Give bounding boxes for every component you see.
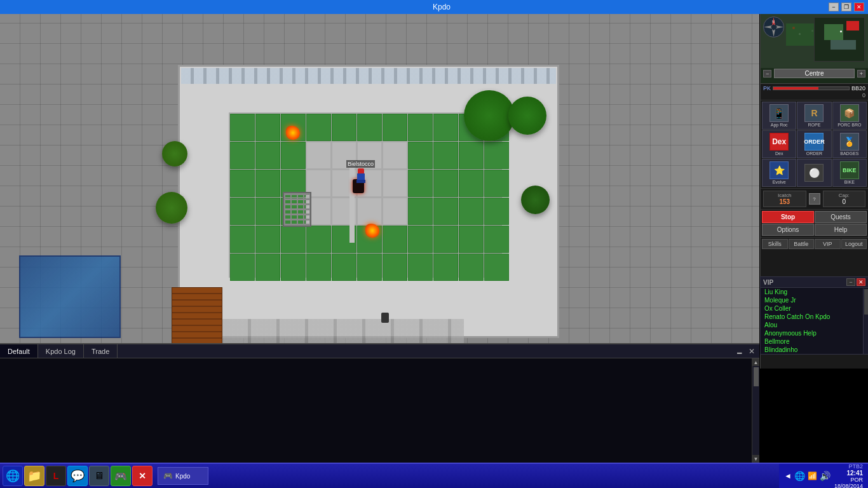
window-controls: − ❐ ✕ xyxy=(829,3,864,11)
rope-label: ROPE xyxy=(808,123,821,127)
bike-button[interactable]: BIKE BIKE xyxy=(832,159,867,187)
ie-icon[interactable]: 🌐 xyxy=(3,466,23,486)
wooden-bridge xyxy=(172,287,222,351)
tree-3 xyxy=(521,186,550,214)
title-bar: Kpdo − ❐ ✕ xyxy=(0,0,868,14)
date-display: 18/08/2014 xyxy=(834,483,863,489)
main-buttons: Skills Battle VIP Logout xyxy=(761,238,868,250)
zoom-out-button[interactable]: − xyxy=(763,70,771,78)
dex-label: Dex xyxy=(775,151,783,156)
minimize-button[interactable]: − xyxy=(829,3,839,11)
vip-player-8[interactable]: Blindadinho xyxy=(761,346,868,354)
systray-expand[interactable]: ◄ xyxy=(784,471,792,480)
cap-value: 0 xyxy=(825,198,864,205)
vip-close-button[interactable]: ✕ xyxy=(857,278,865,286)
tree-4 xyxy=(464,90,515,141)
badges-label: BADGES xyxy=(840,151,858,156)
centre-button[interactable]: Centre xyxy=(774,69,854,78)
clock: PTB2 12:41 POR 18/08/2014 xyxy=(834,463,863,489)
battle-button[interactable]: Battle xyxy=(789,239,815,249)
pokemon-task-icon[interactable]: 🎮 xyxy=(111,466,131,486)
status-section: PK BB20 0 xyxy=(761,84,868,100)
icatch-value: 153 xyxy=(765,198,804,205)
vip-title: VIP xyxy=(763,279,773,286)
zoom-in-button[interactable]: + xyxy=(857,70,865,78)
icatch-row: Icatch 153 ? Cap: 0 xyxy=(761,189,868,210)
bike-label: BIKE xyxy=(844,180,855,184)
taskbar-right: ◄ 🌐 📶 🔊 PTB2 12:41 POR 18/08/2014 xyxy=(779,464,868,488)
player-character: Bielstocco xyxy=(346,160,375,181)
options-button[interactable]: Options xyxy=(762,224,814,236)
tab-trade[interactable]: Trade xyxy=(84,344,118,358)
vip-player-4[interactable]: Renato Catch On Kpdo xyxy=(761,313,868,321)
running-app-kpdo[interactable]: 🎮 Kpdo xyxy=(158,467,208,485)
player-name: Bielstocco xyxy=(346,160,375,168)
vip-panel: VIP − ✕ Liu King Moleque Jr Ox Coller Re… xyxy=(760,276,868,355)
network-icon[interactable]: 🖥 xyxy=(89,466,109,486)
order-label: ORDER xyxy=(806,151,822,156)
tree-5 xyxy=(508,97,546,135)
chat-scrollbar-thumb[interactable] xyxy=(754,367,759,386)
signal-icon: 📶 xyxy=(808,471,817,480)
time-display: 12:41 xyxy=(834,470,863,477)
platform-label: PTB2 xyxy=(834,463,863,470)
taskbar: 🌐 📁 L 💬 🖥 🎮 ✕ 🎮 Kpdo ◄ 🌐 📶 🔊 PTB2 12:41 … xyxy=(0,463,868,488)
window-title: Kpdo xyxy=(55,3,829,11)
evolve-button[interactable]: ⭐ Evolve xyxy=(762,159,796,187)
app-roc-button[interactable]: 📱 App Roc xyxy=(762,102,796,130)
vip-player-6[interactable]: Anonymoous Help xyxy=(761,329,868,337)
systray-area: ◄ 🌐 📶 🔊 xyxy=(784,471,831,481)
restore-button[interactable]: ❐ xyxy=(841,3,851,11)
vip-player-1[interactable]: Liu King xyxy=(761,288,868,296)
chat-tabs: Default Kpdo Log Trade 🗕 ✕ xyxy=(0,344,759,358)
pokeball-button[interactable]: ⚪ xyxy=(797,159,831,187)
vip-player-5[interactable]: Alou xyxy=(761,321,868,329)
badges-button[interactable]: 🏅 BADGES xyxy=(832,130,867,158)
svg-text:N: N xyxy=(772,20,775,24)
explorer-icon[interactable]: 📁 xyxy=(24,466,44,486)
chat-scroll-up[interactable]: ▲ xyxy=(752,358,759,366)
chat-content xyxy=(0,358,752,463)
close-button[interactable]: ✕ xyxy=(854,3,864,11)
vip-button[interactable]: VIP xyxy=(815,239,841,249)
skype-icon[interactable]: 💬 xyxy=(67,466,88,486)
stop-button[interactable]: Stop xyxy=(762,211,814,223)
npc-character xyxy=(381,313,389,323)
logout-button[interactable]: Logout xyxy=(841,239,867,249)
fence-gate xyxy=(283,192,311,227)
close-task-icon[interactable]: ✕ xyxy=(132,466,153,486)
lenovo-icon[interactable]: L xyxy=(46,466,66,486)
vip-list: Liu King Moleque Jr Ox Coller Renato Cat… xyxy=(761,288,868,354)
mini-map: N − Centre + xyxy=(761,14,868,84)
chat-close-button[interactable]: ✕ xyxy=(747,347,757,356)
fire-effect-2 xyxy=(365,224,379,238)
vip-player-2[interactable]: Moleque Jr xyxy=(761,296,868,304)
cap-label: Cap: xyxy=(825,193,864,198)
hp-bar-fill xyxy=(773,87,818,90)
taskbar-middle: 🎮 Kpdo xyxy=(155,467,779,485)
help-button[interactable]: Help xyxy=(815,224,867,236)
hp-value2: 0 xyxy=(862,92,865,98)
tab-kpdo-log[interactable]: Kpdo Log xyxy=(38,344,84,358)
something-icon[interactable]: ? xyxy=(809,193,820,205)
quests-button[interactable]: Quests xyxy=(815,211,867,223)
dex-button[interactable]: Dex Dex xyxy=(762,130,796,158)
water-area xyxy=(19,255,121,338)
volume-icon: 🔊 xyxy=(820,471,831,481)
vip-minimize-button[interactable]: − xyxy=(846,278,855,286)
vip-player-3[interactable]: Ox Coller xyxy=(761,304,868,313)
chat-minimize-button[interactable]: 🗕 xyxy=(734,347,745,356)
skills-button[interactable]: Skills xyxy=(762,239,788,249)
action-grid: 📱 App Roc R ROPE 📦 PORC BRO Dex Dex ORDE… xyxy=(761,100,868,189)
order-button[interactable]: ORDER ORDER xyxy=(797,130,831,158)
start-area: 🌐 📁 L 💬 🖥 🎮 ✕ xyxy=(0,466,155,486)
tab-default[interactable]: Default xyxy=(0,344,38,358)
vip-header: VIP − ✕ xyxy=(761,277,868,288)
tree-2 xyxy=(162,141,187,166)
vip-player-7[interactable]: Bellmore xyxy=(761,337,868,346)
porc-bro-label: PORC BRO xyxy=(837,123,861,127)
porc-bro-button[interactable]: 📦 PORC BRO xyxy=(832,102,867,130)
chat-scroll-down[interactable]: ▼ xyxy=(752,455,759,463)
tree-1 xyxy=(156,192,187,224)
rope-button[interactable]: R ROPE xyxy=(797,102,831,130)
